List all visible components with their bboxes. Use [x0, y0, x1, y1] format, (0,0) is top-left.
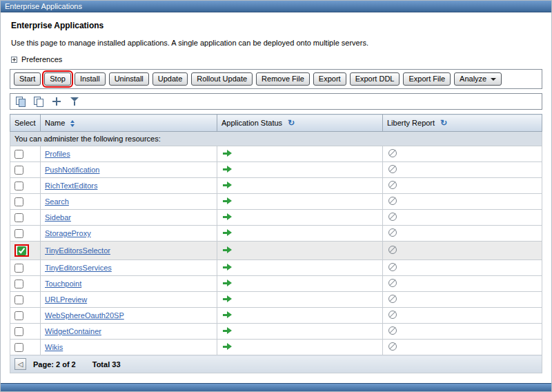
stop-button[interactable]: Stop	[44, 72, 71, 86]
select-cell	[10, 340, 41, 355]
table-row: Search	[10, 194, 542, 210]
status-refresh-icon[interactable]	[288, 119, 295, 127]
table-row: Wikis	[10, 340, 542, 355]
row-checkbox[interactable]	[14, 280, 23, 288]
name-cell: Search	[41, 194, 217, 210]
row-checkbox[interactable]	[14, 264, 23, 273]
status-cell	[217, 146, 383, 162]
liberty-cell	[383, 340, 542, 355]
install-button[interactable]: Install	[75, 72, 106, 86]
started-status-icon	[223, 229, 233, 236]
expand-icon[interactable]	[11, 57, 17, 63]
name-cell: PushNotification	[41, 162, 217, 178]
analyze-button[interactable]: Analyze	[454, 72, 502, 86]
name-cell: WebSphereOauth20SP	[41, 308, 217, 324]
app-link[interactable]: Profiles	[45, 150, 70, 158]
select-cell	[10, 162, 41, 178]
sort-icon[interactable]	[70, 120, 75, 127]
status-cell	[217, 276, 383, 292]
table-row: Sidebar	[10, 210, 542, 226]
export-file-button[interactable]: Export File	[403, 72, 451, 86]
name-cell: Wikis	[41, 340, 217, 355]
app-link[interactable]: TinyEditorsSelector	[45, 246, 110, 255]
app-link[interactable]: Sidebar	[45, 213, 71, 222]
table-icon-toolbar	[10, 93, 542, 110]
row-checkbox[interactable]	[14, 229, 23, 238]
uninstall-button[interactable]: Uninstall	[109, 72, 149, 86]
admin-note-cell: You can administer the following resourc…	[10, 132, 542, 146]
table-row: StorageProxy	[10, 226, 542, 242]
deselect-all-icon[interactable]	[33, 96, 44, 107]
app-link[interactable]: StorageProxy	[45, 229, 91, 237]
pagination-cell: Page: 2 of 2 Total 33	[10, 355, 542, 373]
started-status-icon	[223, 280, 233, 286]
select-cell	[10, 324, 41, 340]
started-status-icon	[223, 150, 233, 157]
no-report-icon	[388, 326, 397, 335]
started-status-icon	[223, 197, 233, 204]
liberty-cell	[383, 146, 542, 162]
status-cell	[217, 162, 383, 178]
previous-page-button[interactable]	[14, 358, 26, 370]
no-report-icon	[388, 342, 397, 351]
update-button[interactable]: Update	[152, 72, 188, 86]
select-cell	[10, 292, 41, 308]
status-cell	[217, 210, 383, 226]
name-cell: WidgetContainer	[41, 324, 217, 340]
status-cell	[217, 260, 383, 276]
select-column-header: Select	[10, 115, 41, 132]
app-link[interactable]: TinyEditorsServices	[45, 264, 112, 272]
select-cell	[10, 260, 41, 276]
row-checkbox[interactable]	[14, 295, 23, 304]
row-checkbox[interactable]	[14, 166, 23, 175]
select-cell	[10, 242, 41, 260]
chevron-down-icon	[491, 78, 496, 81]
started-status-icon	[223, 246, 233, 253]
select-header-label: Select	[14, 119, 36, 127]
window-bottombar	[1, 383, 551, 391]
remove-file-button[interactable]: Remove File	[256, 72, 310, 86]
select-cell	[10, 146, 41, 162]
app-link[interactable]: WebSphereOauth20SP	[45, 311, 124, 320]
app-link[interactable]: Search	[45, 197, 69, 206]
table-row: WidgetContainer	[10, 324, 542, 340]
row-checkbox[interactable]	[14, 197, 23, 206]
status-cell	[217, 324, 383, 340]
table-footer-row: Page: 2 of 2 Total 33	[10, 355, 542, 373]
preferences-toggle[interactable]: Preferences	[11, 55, 542, 63]
name-header-label: Name	[45, 119, 65, 127]
rollout-update-button[interactable]: Rollout Update	[191, 72, 253, 86]
liberty-refresh-icon[interactable]	[440, 119, 447, 127]
row-checkbox[interactable]	[14, 150, 23, 159]
no-report-icon	[388, 165, 397, 173]
enterprise-applications-window: Enterprise Applications Enterprise Appli…	[0, 0, 552, 392]
table-row: Touchpoint	[10, 276, 542, 292]
app-link[interactable]: RichTextEditors	[45, 182, 97, 190]
no-report-icon	[388, 197, 397, 205]
export-ddl-button[interactable]: Export DDL	[350, 72, 400, 86]
name-column-header: Name	[41, 115, 217, 132]
row-checkbox[interactable]	[14, 213, 23, 222]
app-link[interactable]: URLPreview	[45, 295, 87, 304]
start-button[interactable]: Start	[14, 72, 41, 86]
liberty-cell	[383, 194, 542, 210]
show-filter-icon[interactable]	[51, 96, 62, 107]
liberty-header-label: Liberty Report	[387, 119, 435, 127]
row-checkbox[interactable]	[14, 182, 23, 190]
select-all-icon[interactable]	[15, 96, 26, 107]
table-row-selected: TinyEditorsSelector	[10, 242, 542, 260]
row-checkbox[interactable]	[17, 246, 26, 255]
export-button[interactable]: Export	[313, 72, 346, 86]
row-checkbox[interactable]	[14, 311, 23, 320]
app-link[interactable]: Wikis	[45, 343, 63, 351]
app-link[interactable]: PushNotification	[45, 166, 100, 174]
hide-filter-icon[interactable]	[69, 96, 80, 107]
row-checkbox[interactable]	[14, 327, 23, 336]
liberty-cell	[383, 292, 542, 308]
row-checkbox[interactable]	[14, 343, 23, 352]
status-cell	[217, 194, 383, 210]
no-report-icon	[388, 295, 397, 303]
select-cell	[10, 178, 41, 194]
app-link[interactable]: WidgetContainer	[45, 327, 101, 335]
app-link[interactable]: Touchpoint	[45, 280, 81, 288]
